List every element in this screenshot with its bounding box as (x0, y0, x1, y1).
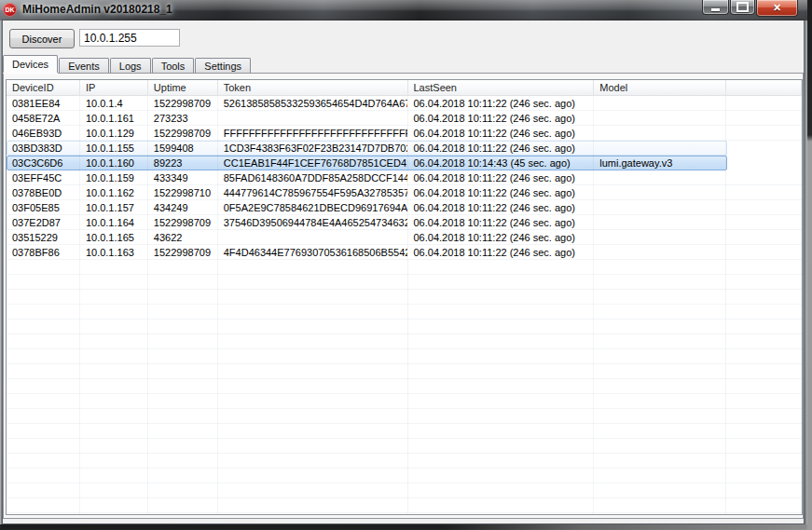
minimize-button[interactable] (702, 0, 729, 15)
cell-device_id (7, 260, 80, 275)
cell-spacer (726, 439, 802, 454)
table-row[interactable]: 03C3C6D610.0.1.16089223CC1EAB1F44F1CEF76… (7, 156, 802, 170)
tab-devices[interactable]: Devices (3, 55, 58, 73)
table-row[interactable]: 03EFF45C10.0.1.15943334985FAD6148360A7DD… (7, 170, 802, 185)
cell-token (218, 230, 408, 245)
column-header-deviceid[interactable]: DeviceID (7, 80, 80, 96)
cell-token: 0F5A2E9C78584621DBECD96917694A5B (218, 200, 408, 215)
row-cells (7, 469, 802, 483)
row-cells: 0351522910.0.1.1654362206.04.2018 10:11:… (7, 230, 802, 245)
cell-uptime (148, 364, 218, 379)
table-row[interactable]: 03BD383D10.0.1.15515994081CD3F4383F63F02… (7, 141, 802, 156)
cell-uptime: 273233 (148, 111, 218, 126)
row-cells (7, 290, 802, 305)
cell-model (594, 111, 726, 126)
tab-tools[interactable]: Tools (152, 58, 195, 73)
cell-last_seen: 06.04.2018 10:11:22 (246 sec. ago) (408, 96, 595, 111)
row-cells (7, 409, 802, 424)
close-button[interactable]: ✕ (756, 0, 798, 17)
table-empty-row (7, 319, 802, 334)
table-empty-row (7, 439, 802, 454)
table-row[interactable]: 0458E72A10.0.1.16127323306.04.2018 10:11… (7, 111, 802, 126)
discover-button[interactable]: Discover (9, 29, 75, 48)
cell-uptime (148, 334, 218, 349)
cell-uptime: 1522998709 (148, 126, 218, 141)
cell-ip: 10.0.1.4 (80, 96, 148, 111)
table-row[interactable]: 0378BE0D10.0.1.1621522998710444779614C78… (7, 185, 802, 200)
cell-token (218, 364, 408, 379)
cell-device_id: 03515229 (7, 230, 80, 245)
broadcast-ip-input[interactable] (79, 29, 180, 47)
cell-last_seen (408, 483, 595, 498)
cell-device_id (7, 454, 80, 469)
column-header-token[interactable]: Token (218, 80, 408, 96)
cell-uptime: 1522998709 (148, 96, 218, 111)
devices-tab-panel: DeviceIDIPUptimeTokenLastSeenModel 0381E… (3, 73, 804, 519)
maximize-button[interactable] (730, 0, 755, 15)
table-row[interactable]: 0378BF8610.0.1.16315229987094F4D46344E77… (7, 245, 802, 260)
column-header-spacer[interactable] (726, 80, 802, 96)
table-row[interactable]: 0351522910.0.1.1654362206.04.2018 10:11:… (7, 230, 802, 245)
table-empty-row (7, 379, 802, 394)
table-row[interactable]: 0381EE8410.0.1.4152299870952613858585332… (7, 96, 802, 111)
app-icon[interactable]: DK (3, 3, 17, 17)
cell-model (594, 290, 726, 305)
cell-spacer (726, 260, 802, 275)
cell-token: 85FAD6148360A7DDF85A258DCCF14427 (218, 170, 408, 185)
cell-spacer (726, 469, 802, 483)
tab-events[interactable]: Events (59, 58, 109, 73)
column-header-model[interactable]: Model (594, 80, 726, 96)
table-row[interactable]: 046EB93D10.0.1.1291522998709FFFFFFFFFFFF… (7, 126, 802, 141)
row-cells (7, 319, 802, 334)
cell-device_id: 0458E72A (7, 111, 80, 126)
row-cells (7, 439, 802, 454)
cell-uptime: 89223 (148, 156, 218, 170)
cell-model (594, 349, 726, 364)
cell-token (218, 305, 408, 319)
cell-uptime: 434249 (148, 200, 218, 215)
cell-token (218, 483, 408, 498)
cell-last_seen (408, 364, 595, 379)
close-icon: ✕ (773, 2, 781, 14)
cell-device_id: 0378BF86 (7, 245, 80, 260)
column-header-lastseen[interactable]: LastSeen (408, 80, 595, 96)
cell-device_id (7, 469, 80, 483)
cell-device_id: 03EFF45C (7, 170, 80, 185)
column-header-uptime[interactable]: Uptime (148, 80, 218, 96)
cell-uptime (148, 439, 218, 454)
cell-spacer (726, 275, 802, 290)
table-body: 0381EE8410.0.1.4152299870952613858585332… (7, 96, 802, 515)
cell-uptime (148, 498, 218, 513)
tab-settings[interactable]: Settings (195, 58, 251, 73)
screen: DK MiHomeAdmin v20180218_1 ✕ Discover De… (0, 0, 812, 530)
cell-ip (80, 275, 148, 290)
tab-logs[interactable]: Logs (110, 58, 151, 73)
cell-device_id (7, 275, 80, 290)
cell-spacer (726, 245, 802, 260)
cell-token (218, 379, 408, 394)
row-cells: 0378BE0D10.0.1.1621522998710444779614C78… (7, 185, 802, 200)
cell-uptime (148, 469, 218, 483)
cell-device_id (7, 394, 80, 409)
cell-last_seen: 06.04.2018 10:11:22 (246 sec. ago) (408, 230, 595, 245)
cell-model (594, 275, 726, 290)
cell-device_id (7, 424, 80, 439)
row-cells: 03BD383D10.0.1.15515994081CD3F4383F63F02… (7, 141, 802, 156)
cell-spacer (726, 215, 802, 230)
window-frame-shadow (0, 524, 807, 530)
column-header-ip[interactable]: IP (80, 80, 148, 96)
maximize-icon (736, 2, 749, 12)
window-controls: ✕ (701, 0, 798, 17)
cell-uptime: 1522998710 (148, 185, 218, 200)
minimize-icon (711, 8, 720, 11)
cell-token (218, 513, 408, 515)
cell-last_seen (408, 275, 595, 290)
cell-ip: 10.0.1.163 (80, 245, 148, 260)
table-row[interactable]: 037E2D8710.0.1.164152299870937546D395069… (7, 215, 802, 230)
row-cells (7, 260, 802, 275)
cell-ip (80, 290, 148, 305)
cell-last_seen: 06.04.2018 10:11:22 (246 sec. ago) (408, 141, 595, 156)
table-row[interactable]: 03F05E8510.0.1.1574342490F5A2E9C78584621… (7, 200, 802, 215)
cell-device_id (7, 439, 80, 454)
cell-device_id (7, 349, 80, 364)
